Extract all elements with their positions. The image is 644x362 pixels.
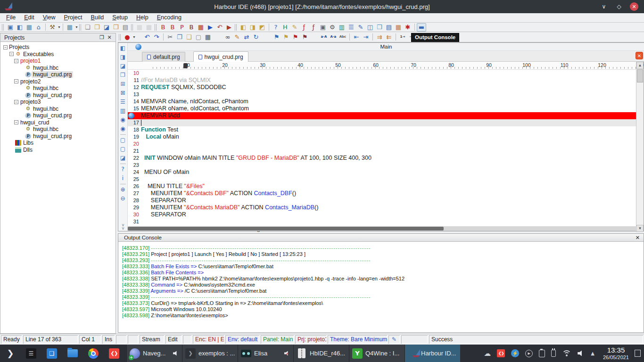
document-icon[interactable]: ▤ — [384, 23, 394, 32]
close-tab-button[interactable]: ✕ — [636, 52, 643, 59]
harbour-help-icon[interactable]: H — [281, 23, 290, 32]
unindent-icon[interactable]: ⇤ — [352, 33, 361, 41]
output-console-toggle-icon[interactable]: ▬ — [417, 23, 426, 32]
strip-icon-5[interactable]: ⊠ — [119, 89, 127, 98]
expander-icon[interactable]: − — [9, 52, 14, 56]
strip-icon-19[interactable]: ⊖ — [119, 194, 127, 203]
indent-icon[interactable]: ⇥ — [361, 33, 371, 41]
shortcuts-window-icon[interactable]: ❒ — [375, 23, 384, 32]
bookmark-next-icon[interactable]: ⚑ — [300, 33, 310, 41]
tree-item-projects[interactable]: −Projects — [0, 44, 116, 51]
task-hbide-r46[interactable]: HbIDE_r46... — [293, 345, 349, 362]
menu-project[interactable]: Project — [60, 13, 87, 22]
status-prj-projeto1[interactable]: Prj: projeto1 — [295, 335, 326, 344]
copy-icon[interactable]: ❐ — [175, 33, 184, 41]
redo-icon[interactable]: ↷ — [152, 33, 161, 41]
toolbar-handle[interactable] — [119, 34, 121, 41]
status-env-default[interactable]: Env: default — [225, 335, 259, 344]
strip-icon-2[interactable]: ◪ — [119, 62, 127, 71]
menu-edit[interactable]: Edit — [20, 13, 39, 22]
task-q4wine-i[interactable]: YQ4Wine : I... — [349, 345, 405, 362]
record-macro-dropdown-icon[interactable]: ▼ — [132, 35, 136, 39]
toolbar-handle[interactable] — [235, 24, 237, 31]
undo-icon[interactable]: ↶ — [142, 33, 152, 41]
tree-item-hwgui-crud-prg[interactable]: Phwgui_crud.prg — [0, 133, 116, 140]
menu-encoding[interactable]: Encoding — [153, 13, 186, 22]
status-item[interactable]: ✎ — [388, 335, 400, 344]
tree-item-projeto3[interactable]: −projeto3 — [0, 99, 116, 106]
audio-playing-icon[interactable] — [173, 351, 179, 356]
stats-icon[interactable]: ▥ — [337, 23, 347, 32]
tree-item-projeto1[interactable]: −projeto1 — [0, 58, 116, 65]
notes-icon[interactable]: ✎ — [290, 23, 299, 32]
tree-item-libs[interactable]: Libs — [0, 140, 116, 147]
toolbar-handle[interactable] — [2, 24, 4, 31]
bookmark-prev-icon[interactable]: ⚑ — [291, 33, 300, 41]
tree-item-hwgui-hbc[interactable]: ⚙hwgui.hbc — [0, 65, 116, 72]
rebuild-icon[interactable]: ↶ — [215, 23, 224, 32]
bookmark-toggle-icon[interactable]: ⚑ — [272, 33, 281, 41]
tree-item-hwgui-hbc[interactable]: ⚙hwgui.hbc — [0, 106, 116, 113]
to-upper-lower-icon[interactable]: A·a — [329, 33, 338, 41]
usb-device-icon[interactable] — [551, 350, 556, 357]
expander-icon[interactable]: − — [14, 100, 18, 104]
maximize-button[interactable]: ◇ — [615, 2, 623, 11]
expander-icon[interactable]: − — [14, 79, 18, 83]
goto-line-icon[interactable]: 1→ — [398, 33, 407, 41]
tree-item-hwgui-crud[interactable]: −hwgui_crud — [0, 119, 116, 126]
bookmark-stamp-icon[interactable]: ⚑ — [281, 33, 291, 41]
strip-icon-6[interactable]: ☰ — [119, 98, 127, 107]
select-rect-icon[interactable]: ▢ — [194, 33, 203, 41]
menu-file[interactable]: File — [2, 13, 20, 22]
tree-item-hwgui-crud-prg[interactable]: Phwgui_crud.prg — [0, 92, 116, 99]
tree-item-hwgui-hbc[interactable]: ⚙hwgui.hbc — [0, 126, 116, 133]
tree-item-hwgui-hbc[interactable]: ⚙hwgui.hbc — [0, 85, 116, 92]
show-desktop-button[interactable] — [633, 348, 642, 359]
to-lower-upper-icon[interactable]: a·A — [319, 33, 329, 41]
horizontal-scrollbar[interactable] — [128, 226, 637, 231]
compile-icon[interactable]: B — [158, 23, 168, 32]
tree-item-projeto2[interactable]: −projeto2 — [0, 78, 116, 85]
help-icon[interactable]: ? — [271, 23, 281, 32]
media-player-icon[interactable]: ▶ — [525, 350, 533, 357]
find-in-files-icon[interactable]: ▦ — [394, 23, 403, 32]
tree-item-hwgui-crud-prg[interactable]: Phwgui_crud.prg — [0, 71, 116, 78]
compile-bcc-icon[interactable]: B — [168, 23, 177, 32]
anydesk-launcher-icon[interactable]: ❮❯ — [104, 345, 124, 362]
menu-build[interactable]: Build — [87, 13, 108, 22]
strip-icon-12[interactable]: ▢ — [119, 145, 127, 154]
open-project-icon[interactable]: ❒ — [92, 23, 102, 32]
home-icon[interactable]: ⌂ — [34, 23, 43, 32]
toolbar-handle[interactable] — [131, 24, 133, 31]
tab-default-prg[interactable]: default.prg — [142, 52, 185, 62]
scroll-up-button[interactable]: ▲ — [636, 62, 644, 69]
status-panel-main[interactable]: Panel: Main — [261, 335, 294, 344]
audio-muted-icon[interactable] — [284, 351, 290, 356]
tab-hwgui-crud-prg[interactable]: hwgui_crud.prg — [193, 51, 248, 62]
toolbar-handle[interactable] — [79, 24, 81, 31]
wizard-icon[interactable]: ⚒ — [48, 23, 57, 32]
panel-right-icon[interactable]: ◩ — [257, 23, 267, 32]
task-exemplos[interactable]: ❯exemplos : ... — [182, 345, 238, 362]
strip-icon-9[interactable]: ◉ — [119, 124, 127, 133]
find-replace-icon[interactable]: ⇄ — [242, 33, 251, 41]
kde-connect-icon[interactable]: ⚡ — [511, 349, 519, 357]
block-comment-icon[interactable]: ⇇ — [384, 33, 394, 41]
strip-icon-7[interactable]: ▥ — [119, 107, 127, 115]
open-file-icon[interactable]: ❒ — [111, 23, 121, 32]
tree-item-executables[interactable]: −⚙Executables — [0, 51, 116, 58]
wallpaper-icon[interactable]: ▦ — [25, 23, 34, 32]
strip-icon-0[interactable]: ◧ — [119, 44, 127, 53]
system-settings-icon[interactable]: ☰ — [21, 345, 41, 362]
panel-mid-icon[interactable]: ◨ — [248, 23, 257, 32]
build-icon[interactable]: ▦ — [196, 23, 206, 32]
chrome-icon[interactable] — [83, 345, 104, 362]
wizard-dropdown-icon[interactable]: ▼ — [58, 25, 61, 29]
rebuild-launch-icon[interactable]: ▶ — [224, 23, 234, 32]
compile-ppo-icon[interactable]: P — [177, 23, 187, 32]
strip-icon-11[interactable]: ▢ — [119, 136, 127, 145]
panel-left-icon[interactable]: ◧ — [239, 23, 248, 32]
print-icon[interactable]: ▤ — [121, 23, 130, 32]
vertical-scrollbar[interactable]: ▲ ▼ — [636, 62, 644, 232]
save-icon[interactable]: ◪ — [102, 23, 111, 32]
